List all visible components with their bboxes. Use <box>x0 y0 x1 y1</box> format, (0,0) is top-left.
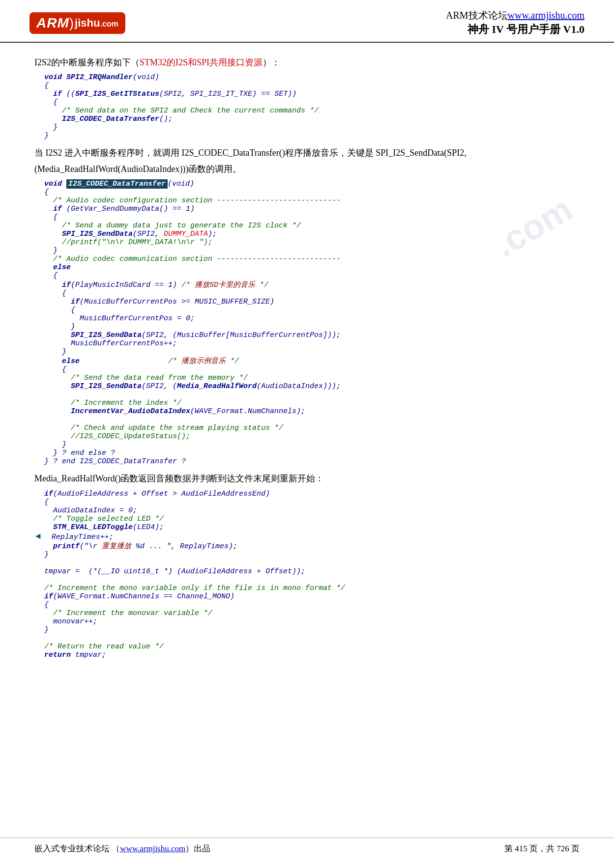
red-note-1: STM32的I2S和SPI共用接口资源 <box>140 57 263 67</box>
code-block-2: void I2S_CODEC_DataTransfer(void) { /* A… <box>44 180 580 466</box>
intro-paragraph: I2S2的中断服务程序如下（STM32的I2S和SPI共用接口资源）： <box>34 55 580 70</box>
header: ARM ) jishu.com ARM技术论坛www.armjishu.com … <box>0 0 614 43</box>
header-site-url[interactable]: www.armjishu.com <box>508 10 585 21</box>
header-book-title: 神舟 IV 号用户手册 V1.0 <box>446 22 585 37</box>
code-pre-3: if(AudioFileAddress + Offset > AudioFile… <box>44 490 580 659</box>
code-pre-2: void I2S_CODEC_DataTransfer(void) { /* A… <box>44 180 580 466</box>
para-1: 当 I2S2 进入中断服务程序时，就调用 I2S_CODEC_DataTrans… <box>34 145 580 177</box>
header-site-name: ARM技术论坛www.armjishu.com <box>446 9 585 22</box>
logo-arm-text: ARM <box>36 15 69 31</box>
footer-right: 第 415 页，共 726 页 <box>504 843 580 854</box>
page-container: ARM ) jishu.com ARM技术论坛www.armjishu.com … <box>0 0 614 868</box>
logo-bracket: ) <box>69 15 74 31</box>
code-block-1: void SPI2_IRQHandler(void) { if ((SPI_I2… <box>44 73 580 140</box>
footer-left: 嵌入式专业技术论坛 （www.armjishu.com）出品 <box>34 843 210 854</box>
logo-box: ARM ) jishu.com <box>29 12 125 34</box>
header-right: ARM技术论坛www.armjishu.com 神舟 IV 号用户手册 V1.0 <box>446 9 585 37</box>
logo-area: ARM ) jishu.com <box>29 12 125 34</box>
para-2: Media_ReadHalfWord()函数返回音频数据并判断到达文件末尾则重新… <box>34 471 580 486</box>
footer-url[interactable]: www.armjishu.com <box>120 844 185 853</box>
logo-com-text: .com <box>100 20 118 28</box>
main-content: I2S2的中断服务程序如下（STM32的I2S和SPI共用接口资源）： void… <box>0 43 614 679</box>
code-block-3: if(AudioFileAddress + Offset > AudioFile… <box>44 490 580 659</box>
logo-jishu-text: jishu.com <box>75 17 118 29</box>
footer: 嵌入式专业技术论坛 （www.armjishu.com）出品 第 415 页，共… <box>0 838 614 854</box>
highlighted-func: I2S_CODEC_DataTransfer <box>66 179 168 189</box>
code-pre-1: void SPI2_IRQHandler(void) { if ((SPI_I2… <box>44 73 580 140</box>
